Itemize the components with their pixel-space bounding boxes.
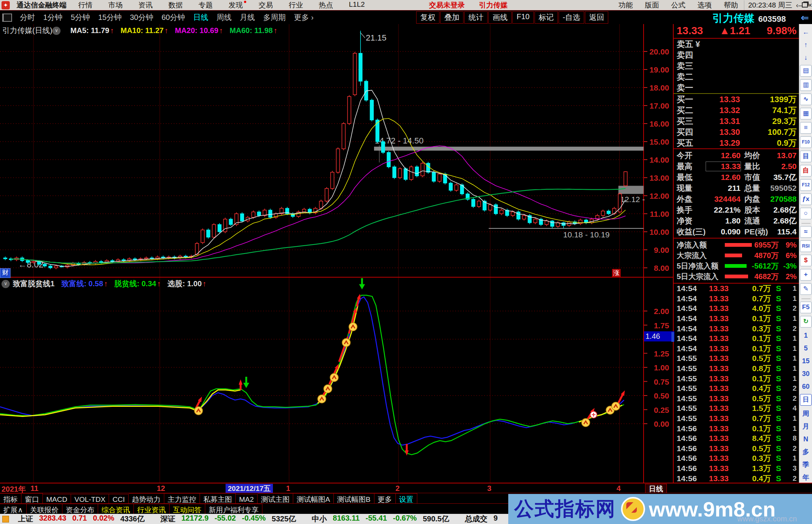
tab-行业资讯[interactable]: 行业资讯 (134, 504, 170, 515)
tab-窗口[interactable]: 窗口 (21, 493, 43, 504)
chevron-down-icon[interactable]: ∨ (2, 280, 10, 288)
quote-table-icon[interactable]: ▥ (800, 79, 812, 91)
toolbar-button-叠加[interactable]: 叠加 (440, 11, 464, 24)
toolbar-button-标记[interactable]: 标记 (535, 11, 558, 24)
tick-row[interactable]: 14:5413.334.0万S2 (674, 304, 800, 314)
tick-row[interactable]: 14:5613.330.4万S2 (674, 473, 800, 483)
tick-row[interactable]: 14:5613.331.3万S3 (674, 464, 800, 474)
circle-tool-icon[interactable]: ○ (800, 208, 812, 219)
tab-私募主图[interactable]: 私募主图 (200, 493, 236, 504)
period-tab-1分钟[interactable]: 1分钟 (39, 12, 67, 23)
period-quarter[interactable]: 季 (800, 461, 811, 470)
menu-item-资讯[interactable]: 资讯 (130, 0, 161, 10)
menu-item-数据[interactable]: 数据 (161, 0, 191, 10)
tab-指标[interactable]: 指标 (0, 493, 21, 504)
tab-关联报价[interactable]: 关联报价 (27, 504, 62, 515)
app-title[interactable]: 通达信金融终端 (13, 0, 70, 10)
rsi-button[interactable]: RSI (800, 240, 812, 252)
tick-row[interactable]: 14:5613.338.4万S8 (674, 433, 800, 444)
tick-row[interactable]: 14:5513.330.5万S2 (674, 394, 800, 404)
period-15min[interactable]: 15 (800, 357, 811, 366)
up-arrow-icon[interactable]: ↑ (800, 41, 811, 50)
tick-row[interactable]: 14:5513.330.1万S1 (674, 373, 800, 384)
period-tab-60分钟[interactable]: 60分钟 (158, 12, 189, 23)
period-day[interactable]: 日 (800, 394, 812, 406)
back-arrow-icon[interactable]: ← (800, 28, 811, 37)
tab-更多[interactable]: 更多 (374, 493, 396, 504)
period-tab-多周期[interactable]: 多周期 (259, 12, 290, 23)
f10-button[interactable]: F10 (800, 136, 812, 148)
tab-测试幅图A[interactable]: 测试幅图A (293, 493, 334, 504)
refresh-icon[interactable]: ↻ (800, 316, 812, 328)
menu-item-交易[interactable]: 交易 (251, 0, 281, 10)
tick-row[interactable]: 14:5513.330.8万S1 (674, 364, 800, 374)
tab-设置[interactable]: 设置 (396, 493, 417, 504)
menu-item-功能[interactable]: 功能 (612, 1, 639, 9)
tick-row[interactable]: 14:5513.330.4万S2 (674, 384, 800, 394)
structure-icon[interactable]: 目 (800, 151, 812, 162)
close-button[interactable]: × (808, 2, 812, 9)
move-tool-icon[interactable]: + (800, 269, 812, 281)
active-stock-menu[interactable]: 引力传媒 (479, 0, 508, 10)
toolbar-button-返回[interactable]: 返回 (585, 11, 608, 24)
chevron-down-icon[interactable]: ∨ (52, 27, 61, 35)
tab-扩展∧[interactable]: 扩展∧ (0, 504, 27, 515)
menu-item-公式[interactable]: 公式 (665, 1, 691, 9)
tick-list[interactable]: 14:5413.330.7万S114:5413.330.7万S114:5413.… (674, 284, 800, 493)
wave-icon[interactable]: ≈ (800, 226, 812, 238)
self-select-icon[interactable]: 自 (800, 165, 812, 177)
period-tab-5分钟[interactable]: 5分钟 (67, 12, 94, 23)
tick-row[interactable]: 14:5513.330.5万S1 (674, 353, 800, 364)
chart-title[interactable]: 引力传媒(日线) (2, 26, 52, 36)
trend-line-icon[interactable]: ∿ (800, 94, 812, 105)
period-n[interactable]: N (800, 435, 811, 444)
menu-item-帮助[interactable]: 帮助 (718, 1, 744, 9)
window-layout-icon[interactable] (2, 14, 12, 22)
period-tab-周线[interactable]: 周线 (212, 12, 236, 23)
tick-row[interactable]: 14:5613.330.1万S1 (674, 423, 800, 433)
down-arrow-icon[interactable]: ↓ (800, 53, 811, 62)
news-pages-icon[interactable]: ≡ (800, 122, 812, 134)
menu-item-发现[interactable]: 发现 (221, 0, 251, 10)
menu-item-L1L2[interactable]: L1L2 (341, 0, 373, 10)
tick-row[interactable]: 14:5513.330.7万S1 (674, 414, 800, 424)
chart-area[interactable]: 20.0019.0018.0017.0016.0015.0014.0013.00… (0, 24, 673, 483)
tab-主力监控[interactable]: 主力监控 (164, 493, 200, 504)
tab-新用户福利专享[interactable]: 新用户福利专享 (205, 504, 262, 515)
tick-row[interactable]: 14:5413.330.7万S1 (674, 294, 800, 304)
menu-item-版面[interactable]: 版面 (639, 1, 665, 9)
nav-back-icon[interactable]: ⇐ (801, 12, 809, 24)
tick-row[interactable]: 14:5413.330.3万S2 (674, 323, 800, 334)
period-month[interactable]: 月 (800, 422, 811, 431)
period-5min[interactable]: 5 (800, 344, 811, 353)
tab-测试主图[interactable]: 测试主图 (258, 493, 293, 504)
toolbar-button-F10[interactable]: F10 (512, 11, 533, 24)
toolbar-button-复权[interactable]: 复权 (416, 11, 439, 24)
pane-splitter-handle[interactable] (671, 332, 674, 342)
period-tab-分时[interactable]: 分时 (16, 12, 39, 23)
draw-pencil-icon[interactable]: ✎ (800, 283, 812, 295)
toolbar-button-画线[interactable]: 画线 (488, 11, 512, 24)
tick-row[interactable]: 14:5613.330.3万S1 (674, 453, 800, 464)
tick-row[interactable]: 14:5613.330.5万S2 (674, 444, 800, 454)
tab-互动问答[interactable]: 互动问答 (170, 504, 205, 515)
period-week[interactable]: 周 (800, 409, 811, 418)
cai-badge[interactable]: 财 (0, 268, 11, 278)
period-30min[interactable]: 30 (800, 370, 811, 379)
order-book-icon[interactable]: ▤ (800, 65, 812, 77)
period-year[interactable]: 年 (800, 473, 811, 482)
menu-item-专题[interactable]: 专题 (191, 0, 221, 10)
kline-icon[interactable]: ▦ (800, 108, 812, 119)
period-tab-15分钟[interactable]: 15分钟 (94, 12, 126, 23)
period-tab-日线[interactable]: 日线 (189, 12, 212, 23)
indicator-name[interactable]: 致富脱贫线1 (13, 279, 55, 289)
tick-row[interactable]: 14:5513.331.5万S4 (674, 403, 800, 414)
f12-button[interactable]: F12 (800, 179, 812, 191)
period-tab-更多 ›[interactable]: 更多 › (290, 12, 318, 23)
tick-row[interactable]: 14:5413.330.1万S1 (674, 344, 800, 354)
menu-item-行业[interactable]: 行业 (281, 0, 311, 10)
tab-测试幅图B[interactable]: 测试幅图B (334, 493, 374, 504)
login-status[interactable]: 交易未登录 (429, 0, 465, 10)
menu-item-市场[interactable]: 市场 (100, 0, 130, 10)
money-icon[interactable]: $ (800, 255, 812, 266)
